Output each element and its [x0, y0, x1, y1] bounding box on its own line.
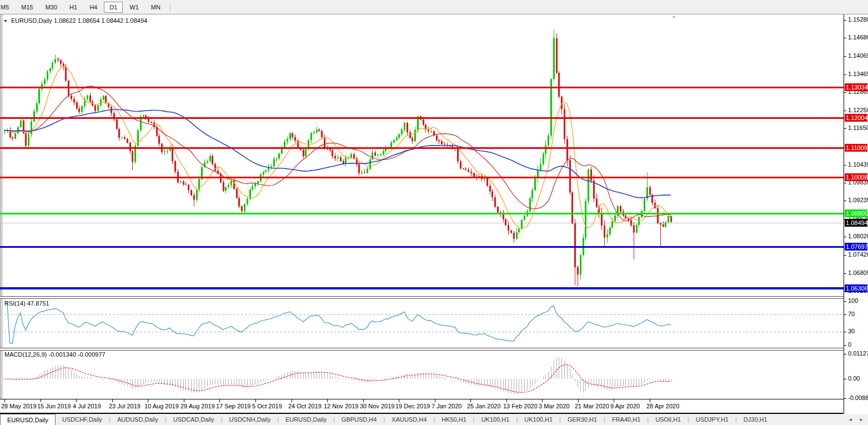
date-tick-label: 10 Aug 2019: [144, 403, 179, 409]
date-tick-label: 9 Apr 2020: [610, 403, 640, 409]
timeframe-button-h1[interactable]: H1: [64, 2, 83, 13]
date-tick-label: 30 Nov 2019: [360, 403, 394, 409]
date-tick-label: 4 Jul 2019: [73, 403, 101, 409]
chart-tab-usoil-h1[interactable]: USOil,H1: [649, 414, 688, 425]
date-tick-mark: [184, 399, 184, 402]
macd-tick-label: 0.011277: [848, 350, 868, 357]
price-tick-label: 1.14680: [848, 34, 868, 41]
rsi-tick-label: 100: [848, 297, 858, 304]
date-axis[interactable]: 28 May 201915 Jun 20194 Jul 201923 Jul 2…: [0, 399, 844, 414]
rsi-tick-mark: [844, 301, 846, 302]
price-tick-label: 1.08020: [848, 233, 868, 239]
rsi-tick-mark: [844, 345, 846, 346]
date-tick-label: 29 Aug 2019: [180, 403, 215, 409]
price-tick-mark: [844, 273, 846, 274]
date-tick-label: 24 Oct 2019: [288, 403, 322, 409]
chart-tab-uk100-h1[interactable]: UK100,H1: [518, 414, 559, 425]
chart-tab-eurusd-daily[interactable]: EURUSD,Daily: [279, 414, 333, 425]
hline-price-label: 1.12004: [845, 114, 867, 122]
chart-tab-usdchf-daily[interactable]: USDCHF,Daily: [56, 414, 109, 425]
chart-window: ▼ EURUSD,Daily 1.08622 1.08654 1.08442 1…: [0, 14, 868, 414]
price-tick-mark: [844, 183, 846, 183]
chart-tab-dj30-h1[interactable]: DJ30,H1: [737, 414, 774, 425]
price-tick-mark: [844, 255, 846, 256]
chart-tab-audusd-daily[interactable]: AUDUSD,Daily: [111, 414, 165, 425]
date-tick-mark: [650, 399, 650, 402]
date-tick-mark: [614, 399, 614, 402]
tab-scroll-right-icon[interactable]: ►: [859, 417, 864, 422]
date-tick-label: 25 Jan 2020: [467, 403, 501, 409]
date-tick-mark: [148, 399, 148, 402]
timeframe-button-w1[interactable]: W1: [124, 2, 144, 13]
macd-tick-mark: [844, 354, 846, 354]
hline-price-label: 1.11009: [845, 144, 867, 152]
date-tick-label: 13 Feb 2020: [503, 403, 538, 409]
timeframe-button-m30[interactable]: M30: [40, 2, 63, 13]
macd-tick-mark: [844, 398, 846, 399]
date-tick-mark: [41, 399, 41, 402]
price-tick-mark: [844, 237, 846, 237]
date-tick-mark: [506, 399, 507, 402]
date-tick-mark: [435, 399, 435, 402]
date-tick-label: 12 Nov 2019: [324, 403, 358, 409]
current-price-label: 1.08494: [845, 219, 867, 227]
price-tick-mark: [844, 56, 846, 57]
chart-tab-usdcad-daily[interactable]: USDCAD,Daily: [167, 414, 221, 425]
date-tick-label: 7 Jan 2020: [432, 403, 461, 409]
date-tick-mark: [470, 399, 471, 402]
price-axis[interactable]: 1.152801.146801.140651.134651.128651.122…: [844, 14, 868, 413]
timeframe-button-mn[interactable]: MN: [145, 2, 166, 13]
chart-tab-hk50-h1[interactable]: HK50,H1: [435, 414, 473, 425]
price-chart-canvas[interactable]: [0, 15, 844, 296]
hline-price-label: 1.10008: [845, 173, 867, 181]
date-tick-mark: [292, 399, 292, 402]
collapse-icon[interactable]: ▼: [3, 18, 8, 23]
date-tick-mark: [4, 399, 5, 402]
chart-tab-gbpusd-h4[interactable]: GBPUSD,H4: [335, 414, 384, 425]
date-tick-label: 17 Sep 2019: [216, 403, 250, 409]
date-tick-label: 28 Apr 2020: [646, 403, 679, 409]
timeframe-toolbar: M5M15M30H1H4D1W1MN: [0, 0, 868, 14]
price-tick-label: 1.13465: [848, 71, 868, 77]
chart-tab-ger30-h1[interactable]: GER30,H1: [561, 414, 604, 425]
rsi-tick-label: 30: [848, 328, 855, 334]
price-tick-label: 1.14065: [848, 52, 868, 59]
chart-tab-uk100-h1[interactable]: UK100,H1: [475, 414, 516, 425]
price-tick-mark: [844, 38, 846, 38]
date-tick-mark: [399, 399, 399, 402]
macd-tick-label: -0.008845: [848, 394, 868, 401]
rsi-tick-mark: [844, 332, 846, 332]
timeframe-button-m15[interactable]: M15: [16, 2, 38, 13]
date-tick-label: 28 May 2019: [1, 403, 37, 409]
chart-tab-usdjpy-h1[interactable]: USDJPY,H1: [689, 414, 735, 425]
hline-price-label: 1.06306: [845, 284, 867, 292]
terminal-window: M5M15M30H1H4D1W1MN ▼ EURUSD,Daily 1.0862…: [0, 0, 868, 425]
price-tick-mark: [844, 111, 846, 111]
chart-tab-xauusd-h4[interactable]: XAUUSD,H4: [385, 414, 433, 425]
date-tick-label: 5 Oct 2019: [252, 403, 282, 409]
rsi-label: RSI(14) 47.8751: [4, 300, 49, 307]
rsi-tick-label: 0: [848, 341, 851, 348]
price-tick-mark: [844, 128, 846, 129]
date-tick-mark: [542, 399, 543, 402]
date-tick-mark: [578, 399, 579, 402]
tab-scroll-left-icon[interactable]: ◄: [848, 417, 852, 422]
timeframe-button-h4[interactable]: H4: [84, 2, 103, 13]
price-tick-label: 1.06805: [848, 269, 868, 276]
hline-price-label: 1.13034: [845, 83, 867, 91]
macd-indicator-canvas[interactable]: [0, 349, 844, 399]
rsi-tick-label: 70: [848, 311, 855, 317]
chart-shift-marker-icon[interactable]: ▼: [671, 14, 676, 20]
timeframe-button-d1[interactable]: D1: [104, 2, 123, 13]
chart-symbol-label: EURUSD,Daily: [11, 17, 52, 24]
chart-tab-eurusd-daily[interactable]: EURUSD,Daily: [0, 414, 56, 425]
date-tick-mark: [255, 399, 256, 402]
chart-tab-usdcnh-daily[interactable]: USDCNH,Daily: [223, 414, 278, 425]
hline-price-label: 1.08800: [845, 209, 867, 217]
timeframe-button-m5[interactable]: M5: [0, 2, 14, 13]
chart-tab-fra40-h1[interactable]: FRA40,H1: [605, 414, 647, 425]
price-tick-mark: [844, 92, 846, 93]
rsi-indicator-canvas[interactable]: [0, 298, 844, 348]
price-tick-mark: [844, 74, 846, 75]
date-tick-label: 3 Mar 2020: [539, 403, 570, 409]
